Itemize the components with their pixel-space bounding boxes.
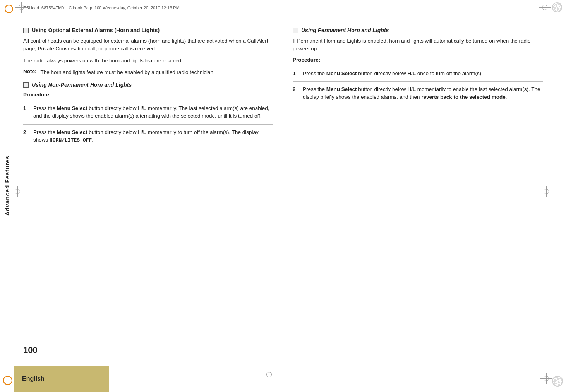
- step2-num: 2: [23, 128, 29, 136]
- section1-para2: The radio always powers up with the horn…: [23, 57, 273, 65]
- left-border-line: [14, 0, 14, 339]
- orange-circle-bottom-left: [3, 376, 12, 385]
- note-label: Note:: [23, 68, 37, 76]
- section3-procedure-label: Procedure:: [293, 57, 543, 63]
- section3-step2: 2 Press the Menu Select button directly …: [293, 82, 543, 106]
- section2-procedure-label: Procedure:: [23, 92, 273, 98]
- reg-mark-middle-left: [12, 186, 23, 197]
- step3-num: 1: [293, 70, 298, 77]
- left-column: Using Optional External Alarms (Horn and…: [23, 19, 273, 339]
- note-text: The horn and lights feature must be enab…: [41, 68, 215, 76]
- section3-title: Using Permanent Horn and Lights: [301, 27, 389, 33]
- section1-heading: Using Optional External Alarms (Horn and…: [23, 27, 273, 33]
- top-bar: O5Head_6875947M01_C.book Page 100 Wednes…: [23, 5, 543, 12]
- step1-text: Press the Menu Select button directly be…: [33, 104, 273, 120]
- reg-mark-bottom-center-left: [263, 369, 275, 380]
- right-column: Using Permanent Horn and Lights If Perma…: [293, 19, 543, 339]
- section2-icon: [23, 82, 29, 88]
- step2-text: Press the Menu Select button directly be…: [33, 128, 273, 144]
- step3-text: Press the Menu Select button directly be…: [303, 70, 543, 77]
- decorative-circle-bottom-right: [552, 376, 563, 387]
- section2-step2: 2 Press the Menu Select button directly …: [23, 125, 273, 149]
- step4-text: Press the Menu Select button directly be…: [303, 86, 543, 101]
- section3-step1: 1 Press the Menu Select button directly …: [293, 66, 543, 82]
- section1-title: Using Optional External Alarms (Horn and…: [32, 27, 160, 33]
- section3-steps: 1 Press the Menu Select button directly …: [293, 66, 543, 106]
- section2-heading: Using Non-Permanent Horn and Lights: [23, 82, 273, 88]
- section2-title: Using Non-Permanent Horn and Lights: [32, 82, 132, 88]
- english-tab: English: [14, 366, 109, 392]
- section2-step1: 1 Press the Menu Select button directly …: [23, 101, 273, 125]
- step1-num: 1: [23, 104, 29, 112]
- bottom-bar: 100 English: [0, 339, 566, 392]
- section3-icon: [293, 28, 298, 33]
- section3-heading: Using Permanent Horn and Lights: [293, 27, 543, 33]
- reg-mark-top-right: [539, 2, 551, 13]
- decorative-circle-top-right: [552, 2, 562, 12]
- reg-mark-top-left: [15, 2, 27, 13]
- orange-circle-top-left: [5, 5, 13, 13]
- english-label: English: [22, 375, 45, 382]
- section2-steps: 1 Press the Menu Select button directly …: [23, 101, 273, 148]
- section3-para: If Permanent Horn and Lights is enabled,…: [293, 37, 543, 53]
- section1-icon: [23, 28, 29, 33]
- section1-para1: All control heads can be equipped for ex…: [23, 37, 273, 53]
- page-number: 100: [23, 345, 38, 355]
- step4-num: 2: [293, 86, 298, 93]
- reg-mark-bottom-right: [540, 373, 552, 384]
- top-bar-text: O5Head_6875947M01_C.book Page 100 Wednes…: [23, 5, 180, 10]
- section1-note: Note: The horn and lights feature must b…: [23, 68, 273, 76]
- main-content: Using Optional External Alarms (Horn and…: [23, 19, 543, 339]
